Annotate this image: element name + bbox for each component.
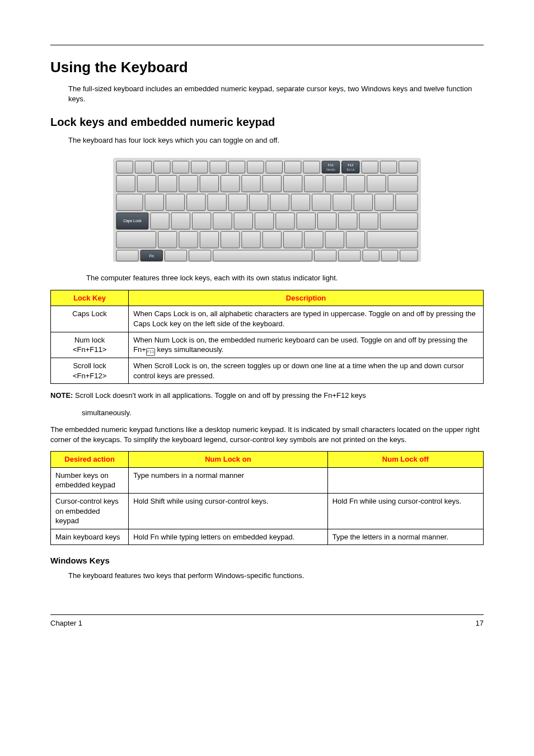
svg-rect-75 (116, 250, 138, 261)
table-header-row: Desired action Num Lock on Num Lock off (51, 452, 484, 468)
action-table: Desired action Num Lock on Num Lock off … (50, 451, 484, 545)
figure-caption: The computer features three lock keys, e… (86, 273, 484, 283)
svg-rect-28 (263, 175, 281, 191)
svg-rect-74 (367, 231, 418, 247)
table-row: Scroll lock <Fn+F12> When Scroll Lock is… (51, 358, 484, 384)
svg-rect-81 (314, 250, 336, 261)
table-row: Number keys on embedded keypad Type numb… (51, 467, 484, 493)
cell-action: Main keyboard keys (51, 529, 129, 545)
svg-rect-37 (166, 194, 184, 210)
svg-rect-78 (165, 250, 186, 261)
svg-rect-58 (297, 213, 315, 229)
cell-desc: When Scroll Lock is on, the screen toggl… (129, 358, 484, 384)
svg-rect-60 (339, 213, 357, 229)
keyboard-illustration: F11 NumLk F12 Scr Lk (113, 158, 421, 262)
svg-rect-65 (179, 231, 198, 247)
lock-keys-block: The keyboard has four lock keys which yo… (68, 135, 484, 145)
svg-rect-33 (367, 175, 386, 191)
svg-rect-51 (151, 213, 169, 229)
f11-key-icon: F11 (146, 348, 155, 356)
col-lock-key: Lock Key (51, 290, 129, 306)
svg-rect-35 (116, 194, 143, 210)
windows-keys-block: The keyboard features two keys that perf… (68, 571, 484, 581)
svg-rect-11 (303, 161, 320, 173)
lock-keys-table: Lock Key Description Caps Lock When Caps… (50, 290, 484, 384)
svg-rect-73 (346, 231, 364, 247)
svg-rect-32 (346, 175, 364, 191)
svg-rect-66 (200, 231, 218, 247)
cell-off: Hold Fn while using cursor-control keys. (327, 493, 483, 529)
cell-desc: When Num Lock is on, the embedded numeri… (129, 332, 484, 358)
svg-rect-7 (228, 161, 245, 173)
svg-rect-82 (339, 250, 360, 261)
svg-rect-18 (362, 161, 378, 173)
svg-rect-44 (312, 194, 331, 210)
note-text-1: Scroll Lock doesn't work in all applicat… (75, 391, 366, 400)
page-footer: Chapter 1 17 (50, 614, 484, 628)
svg-rect-3 (154, 161, 170, 173)
cell-key: Scroll lock <Fn+F12> (51, 358, 129, 384)
svg-rect-40 (228, 194, 247, 210)
svg-text:F12: F12 (348, 163, 353, 166)
figure-caption-block: The computer features three lock keys, e… (86, 273, 484, 283)
table-row: Caps Lock When Caps Lock is on, all alph… (51, 306, 484, 332)
svg-rect-72 (325, 231, 344, 247)
svg-text:Scr Lk: Scr Lk (346, 168, 354, 171)
svg-rect-8 (247, 161, 264, 173)
table-row: Num lock <Fn+F11> When Num Lock is on, t… (51, 332, 484, 358)
intro-text: The full-sized keyboard includes an embe… (68, 84, 484, 104)
note-label: NOTE: (50, 391, 73, 400)
table-header-row: Lock Key Description (51, 290, 484, 306)
cell-on: Hold Fn while typing letters on embedded… (129, 529, 328, 545)
svg-rect-63 (116, 231, 156, 247)
svg-rect-55 (234, 213, 252, 229)
svg-rect-20 (399, 161, 418, 173)
cell-off: Type the letters in a normal manner. (327, 529, 483, 545)
cell-key: Num lock <Fn+F11> (51, 332, 129, 358)
note-block: NOTE: Scroll Lock doesn't work in all ap… (50, 391, 484, 401)
svg-rect-57 (276, 213, 294, 229)
svg-rect-62 (380, 213, 418, 229)
svg-rect-22 (137, 175, 156, 191)
svg-rect-30 (305, 175, 323, 191)
cell-key: Caps Lock (51, 306, 129, 332)
lock-keys-text: The keyboard has four lock keys which yo… (68, 135, 484, 145)
svg-rect-69 (263, 231, 281, 247)
svg-text:Caps Lock: Caps Lock (123, 219, 142, 223)
svg-rect-25 (200, 175, 218, 191)
svg-rect-64 (158, 231, 177, 247)
intro-block: The full-sized keyboard includes an embe… (68, 84, 484, 104)
svg-rect-45 (333, 194, 352, 210)
svg-rect-6 (210, 161, 226, 173)
svg-rect-54 (213, 213, 232, 229)
col-action: Desired action (51, 452, 129, 468)
note-text-2: simultaneously. (82, 408, 484, 418)
svg-rect-48 (396, 194, 418, 210)
svg-rect-85 (400, 250, 418, 261)
windows-keys-heading: Windows Keys (50, 555, 484, 566)
svg-rect-10 (284, 161, 301, 173)
svg-rect-31 (325, 175, 344, 191)
svg-text:F11: F11 (328, 163, 334, 166)
col-description: Description (129, 290, 484, 306)
footer-chapter: Chapter 1 (50, 618, 82, 628)
col-numlock-on: Num Lock on (129, 452, 328, 468)
svg-rect-83 (363, 250, 379, 261)
svg-rect-70 (283, 231, 302, 247)
svg-rect-56 (255, 213, 273, 229)
cell-action: Cursor-control keys on embedded keypad (51, 493, 129, 529)
col-numlock-off: Num Lock off (327, 452, 483, 468)
embedded-text-block: The embedded numeric keypad functions li… (50, 425, 484, 444)
svg-rect-47 (374, 194, 393, 210)
header-rule (50, 45, 484, 45)
svg-rect-43 (291, 194, 310, 210)
svg-rect-68 (242, 231, 260, 247)
svg-rect-38 (187, 194, 205, 210)
svg-rect-52 (171, 213, 190, 229)
svg-rect-5 (191, 161, 207, 173)
embedded-text: The embedded numeric keypad functions li… (50, 425, 484, 444)
svg-rect-46 (354, 194, 372, 210)
svg-rect-4 (172, 161, 189, 173)
cell-on: Hold Shift while using cursor-control ke… (129, 493, 328, 529)
svg-rect-1 (116, 161, 133, 173)
